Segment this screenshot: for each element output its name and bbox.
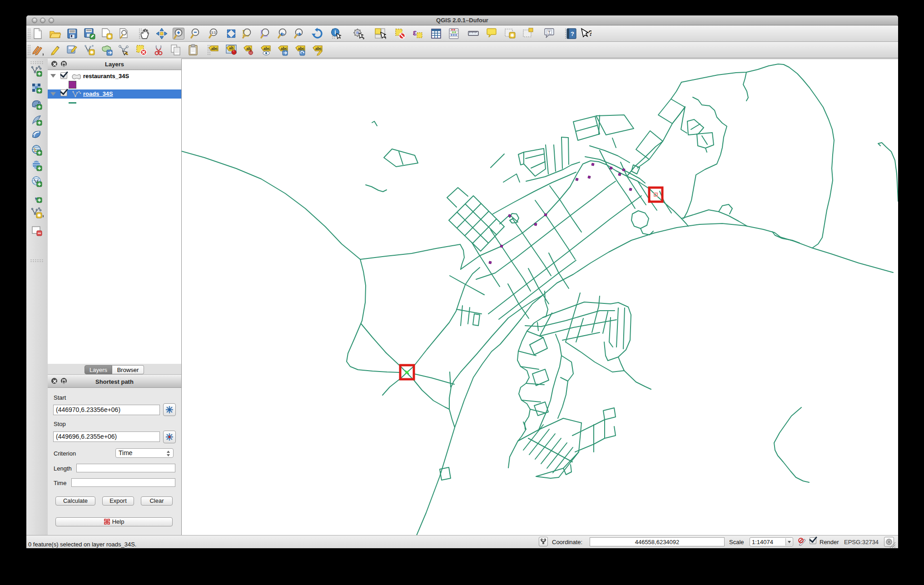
svg-text:1:1: 1:1 (211, 31, 216, 34)
svg-text:T: T (548, 30, 551, 35)
svg-text:ε: ε (413, 28, 417, 37)
svg-text:abc: abc (315, 46, 322, 51)
svg-text:ab: ab (229, 46, 233, 50)
svg-text:i: i (334, 29, 336, 35)
svg-text:abc: abc (298, 46, 305, 51)
svg-text:?: ? (588, 29, 591, 38)
svg-text:ab: ab (246, 46, 251, 51)
svg-text:abc: abc (211, 46, 218, 51)
svg-text:abc: abc (263, 46, 270, 51)
svg-text:?: ? (571, 30, 574, 37)
svg-text:abc: abc (281, 46, 288, 51)
